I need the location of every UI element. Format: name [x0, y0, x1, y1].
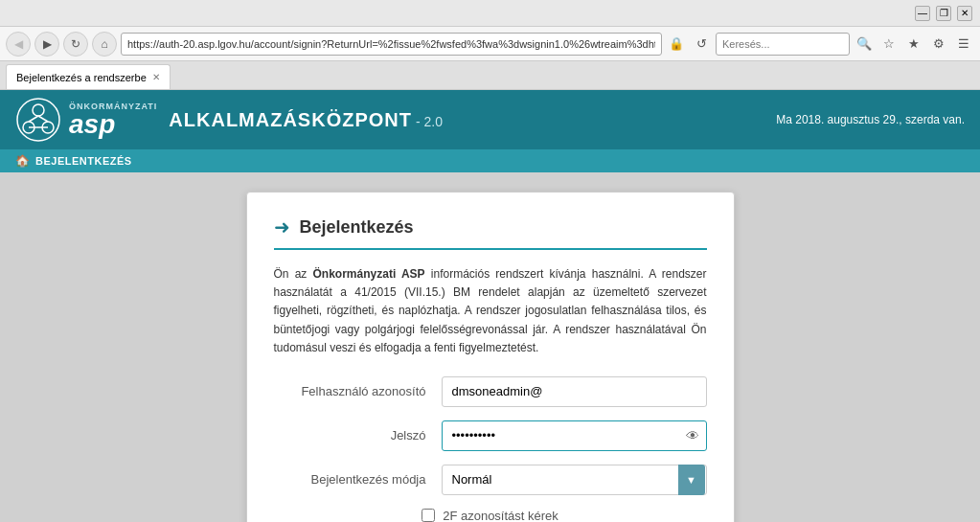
menu-icon[interactable]: ☰	[953, 34, 974, 55]
app-header: ÖNKORMÁNYZATI asp ALKALMAZÁSKÖZPONT - 2.…	[0, 90, 980, 149]
tabs-bar: Bejelentkezés a rendszerbe ✕	[0, 61, 980, 90]
app-title-group: ALKALMAZÁSKÖZPONT - 2.0	[169, 109, 443, 131]
star-icon[interactable]: ☆	[878, 34, 900, 55]
password-toggle-icon[interactable]: 👁	[686, 428, 699, 443]
header-left: ÖNKORMÁNYZATI asp ALKALMAZÁSKÖZPONT - 2.…	[15, 97, 443, 143]
username-label: Felhasználó azonosító	[274, 384, 442, 398]
app-title-text: ALKALMAZÁSKÖZPONT	[169, 109, 412, 131]
refresh-button[interactable]: ↻	[63, 32, 88, 57]
logo-text-box: ÖNKORMÁNYZATI asp	[69, 102, 157, 138]
active-tab[interactable]: Bejelentkezés a rendszerbe ✕	[6, 64, 171, 89]
tab-label: Bejelentkezés a rendszerbe	[16, 72, 147, 83]
app-version-text: - 2.0	[416, 114, 443, 129]
logo-main-text: asp	[69, 111, 157, 138]
reload-icon[interactable]: ↺	[691, 34, 712, 55]
username-input[interactable]	[442, 376, 707, 407]
logo-svg	[15, 97, 61, 143]
settings-icon[interactable]: ⚙	[928, 34, 949, 55]
forward-button[interactable]: ▶	[34, 32, 59, 57]
password-input[interactable]	[442, 420, 707, 451]
main-content: ➜ Bejelentkezés Ön az Önkormányzati ASP …	[0, 172, 980, 522]
svg-line-5	[38, 116, 48, 122]
twofa-label[interactable]: 2F azonosítást kérek	[443, 509, 558, 522]
favorites-icon[interactable]: ★	[903, 34, 924, 55]
twofa-row: 2F azonosítást kérek	[274, 509, 707, 522]
login-info-text: Ön az Önkormányzati ASP információs rend…	[274, 265, 707, 357]
tab-close-button[interactable]: ✕	[152, 72, 160, 82]
login-mode-row: Bejelentkezés módja Normál ▼	[274, 465, 707, 495]
minimize-button[interactable]: —	[915, 6, 930, 21]
twofa-checkbox[interactable]	[422, 509, 435, 522]
password-row: Jelszó 👁	[274, 420, 707, 451]
svg-point-1	[33, 104, 44, 116]
logo-box: ÖNKORMÁNYZATI asp	[15, 97, 157, 143]
breadcrumb-bar: 🏠 BEJELENTKEZÉS	[0, 149, 980, 172]
back-button[interactable]: ◀	[6, 32, 31, 57]
password-wrapper: 👁	[442, 420, 707, 451]
lock-icon: 🔒	[666, 34, 687, 55]
login-arrow-icon: ➜	[274, 216, 290, 238]
nav-bar: ◀ ▶ ↻ ⌂ 🔒 ↺ 🔍 ☆ ★ ⚙ ☰	[0, 27, 980, 61]
login-card-header: ➜ Bejelentkezés	[274, 216, 707, 250]
maximize-button[interactable]: ❐	[936, 6, 951, 21]
login-title: Bejelentkezés	[300, 217, 414, 238]
info-bold-text: Önkormányzati ASP	[313, 267, 425, 281]
title-bar: — ❐ ✕	[0, 0, 980, 27]
search-input[interactable]	[716, 33, 850, 56]
password-label: Jelszó	[274, 428, 442, 443]
login-card: ➜ Bejelentkezés Ön az Önkormányzati ASP …	[246, 192, 735, 522]
breadcrumb-text: BEJELENTKEZÉS	[35, 155, 132, 167]
address-bar[interactable]	[121, 33, 662, 56]
search-icon[interactable]: 🔍	[854, 34, 875, 55]
svg-line-4	[29, 116, 38, 122]
home-button[interactable]: ⌂	[92, 32, 117, 57]
login-mode-select-wrapper: Normál ▼	[442, 465, 707, 495]
username-row: Felhasználó azonosító	[274, 376, 707, 407]
app-date: Ma 2018. augusztus 29., szerda van.	[776, 113, 965, 126]
login-mode-label: Bejelentkezés módja	[274, 472, 442, 487]
home-breadcrumb-icon: 🏠	[15, 154, 30, 168]
login-mode-select[interactable]: Normál	[442, 465, 707, 495]
close-button[interactable]: ✕	[957, 6, 972, 21]
